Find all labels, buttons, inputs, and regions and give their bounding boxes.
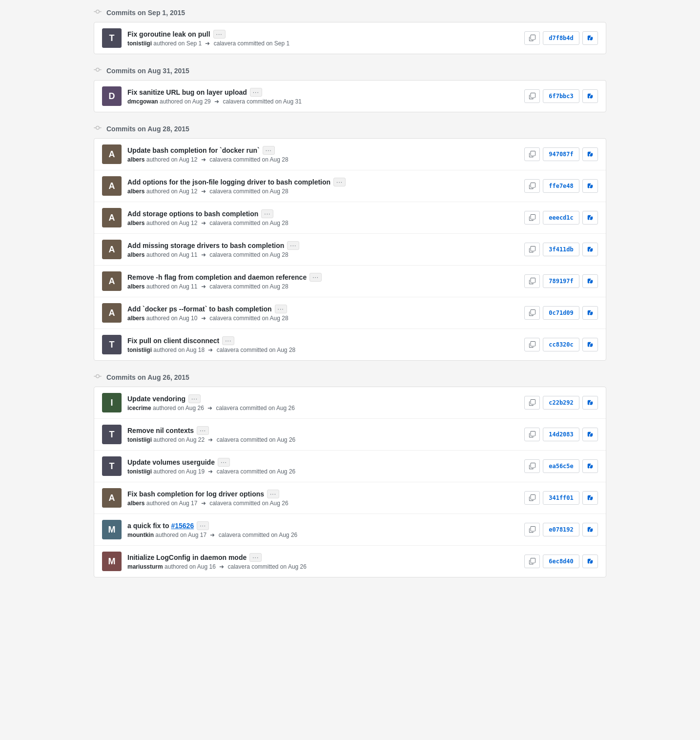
copy-hash-button[interactable] — [524, 555, 540, 568]
arrow-icon: ➜ — [208, 436, 213, 443]
commit-ellipsis[interactable]: ··· — [250, 88, 262, 97]
commit-title: a quick fix to #15626 — [127, 522, 194, 530]
copy-hash-button[interactable] — [524, 306, 540, 320]
commit-title-row: Add options for the json-file logging dr… — [127, 178, 518, 186]
commit-ellipsis[interactable]: ··· — [197, 426, 209, 435]
commit-issue-link[interactable]: #15626 — [171, 522, 194, 530]
browse-files-button[interactable] — [582, 491, 598, 505]
copy-hash-button[interactable] — [524, 147, 540, 161]
committer-label: calavera committed on Aug 28 — [209, 251, 288, 258]
browse-files-button[interactable] — [582, 179, 598, 193]
browse-files-button[interactable] — [582, 306, 598, 320]
browse-files-button[interactable] — [582, 211, 598, 225]
arrow-icon: ➜ — [219, 563, 224, 570]
commit-ellipsis[interactable]: ··· — [287, 241, 299, 250]
browse-files-button[interactable] — [582, 459, 598, 473]
browse-files-button[interactable] — [582, 396, 598, 410]
commit-author[interactable]: albers — [127, 315, 144, 322]
commit-ellipsis[interactable]: ··· — [333, 178, 346, 186]
copy-hash-button[interactable] — [524, 274, 540, 288]
commit-author[interactable]: albers — [127, 283, 144, 290]
commit-title-row: Remove -h flag from completion and daemo… — [127, 273, 518, 282]
commit-author[interactable]: albers — [127, 220, 144, 226]
commit-author[interactable]: albers — [127, 156, 144, 163]
browse-files-button[interactable] — [582, 274, 598, 288]
commit-author[interactable]: tonistiigi — [127, 468, 152, 475]
commit-title-row: Fix goroutine leak on pull ··· — [127, 30, 518, 39]
avatar-image: M — [102, 520, 122, 539]
commit-ellipsis[interactable]: ··· — [213, 30, 226, 39]
commit-author[interactable]: icecrime — [127, 405, 151, 411]
commit-author[interactable]: tonistiigi — [127, 40, 152, 47]
copy-hash-button[interactable] — [524, 428, 540, 441]
browse-files-button[interactable] — [582, 428, 598, 441]
commit-author[interactable]: tonistiigi — [127, 436, 152, 443]
avatar: A C — [102, 208, 122, 227]
commit-author[interactable]: albers — [127, 188, 144, 195]
commits-list: D C Fix sanitize URL bug on layer upload… — [94, 80, 606, 112]
commit-ellipsis[interactable]: ··· — [309, 273, 322, 282]
arrow-icon: ➜ — [207, 405, 212, 411]
commit-author[interactable]: mariussturm — [127, 563, 163, 570]
commit-actions: c22b292 — [524, 396, 598, 410]
committer-label: calavera committed on Aug 28 — [209, 283, 288, 290]
copy-hash-button[interactable] — [524, 179, 540, 193]
commit-hash-link[interactable]: 0c71d09 — [543, 306, 579, 320]
copy-hash-button[interactable] — [524, 491, 540, 505]
commit-ellipsis[interactable]: ··· — [275, 305, 287, 313]
commit-info: Update bash completion for `docker run` … — [127, 146, 518, 163]
browse-files-button[interactable] — [582, 555, 598, 568]
commit-ellipsis[interactable]: ··· — [261, 209, 273, 218]
commit-icon — [94, 372, 102, 382]
commit-ellipsis[interactable]: ··· — [263, 146, 275, 155]
avatar: M C — [102, 552, 122, 571]
commit-hash-link[interactable]: 3f411db — [543, 243, 579, 256]
browse-files-button[interactable] — [582, 89, 598, 103]
committer-label: calavera committed on Aug 26 — [228, 563, 307, 570]
commit-hash-link[interactable]: ffe7e48 — [543, 179, 579, 193]
commit-hash-link[interactable]: ea56c5e — [543, 459, 579, 473]
commit-ellipsis[interactable]: ··· — [218, 458, 230, 467]
copy-hash-button[interactable] — [524, 89, 540, 103]
browse-files-button[interactable] — [582, 523, 598, 536]
commit-hash-link[interactable]: 789197f — [543, 274, 579, 288]
commit-info: Remove nil contexts ··· tonistiigi autho… — [127, 426, 518, 443]
commit-author[interactable]: tonistiigi — [127, 347, 152, 353]
commit-hash-link[interactable]: cc8320c — [543, 338, 579, 351]
copy-hash-button[interactable] — [524, 338, 540, 351]
browse-files-button[interactable] — [582, 338, 598, 351]
commit-title: Add options for the json-file logging dr… — [127, 178, 330, 186]
avatar: A C — [102, 271, 122, 291]
commit-author[interactable]: albers — [127, 251, 144, 258]
commit-ellipsis[interactable]: ··· — [197, 521, 209, 530]
commit-hash-link[interactable]: eeecd1c — [543, 211, 579, 225]
commit-author[interactable]: mountkin — [127, 532, 154, 538]
commit-meta: tonistiigi authored on Aug 19 ➜ calavera… — [127, 468, 518, 475]
commit-ellipsis[interactable]: ··· — [222, 336, 234, 345]
copy-hash-button[interactable] — [524, 396, 540, 410]
commit-hash-link[interactable]: d7f8b4d — [543, 31, 579, 45]
commit-ellipsis[interactable]: ··· — [249, 553, 262, 562]
commit-hash-link[interactable]: 947087f — [543, 147, 579, 161]
copy-hash-button[interactable] — [524, 243, 540, 256]
commit-title-row: Fix bash completion for log driver optio… — [127, 490, 518, 498]
commit-hash-link[interactable]: 341ff01 — [543, 491, 579, 505]
copy-hash-button[interactable] — [524, 31, 540, 45]
browse-files-button[interactable] — [582, 31, 598, 45]
commit-author[interactable]: dmcgowan — [127, 98, 158, 105]
copy-hash-button[interactable] — [524, 211, 540, 225]
commit-hash-link[interactable]: 14d2083 — [543, 428, 579, 441]
browse-files-button[interactable] — [582, 243, 598, 256]
avatar-image: A — [102, 176, 122, 196]
copy-hash-button[interactable] — [524, 459, 540, 473]
copy-hash-button[interactable] — [524, 523, 540, 536]
browse-files-button[interactable] — [582, 147, 598, 161]
commit-author[interactable]: albers — [127, 500, 144, 507]
commit-hash-link[interactable]: e078192 — [543, 523, 579, 536]
commit-ellipsis[interactable]: ··· — [267, 490, 279, 498]
commit-hash-link[interactable]: 6ec8d40 — [543, 555, 579, 568]
commit-ellipsis[interactable]: ··· — [188, 394, 201, 403]
commit-row: D C Fix sanitize URL bug on layer upload… — [94, 81, 606, 112]
commit-hash-link[interactable]: c22b292 — [543, 396, 579, 410]
commit-hash-link[interactable]: 6f7bbc3 — [543, 89, 579, 103]
